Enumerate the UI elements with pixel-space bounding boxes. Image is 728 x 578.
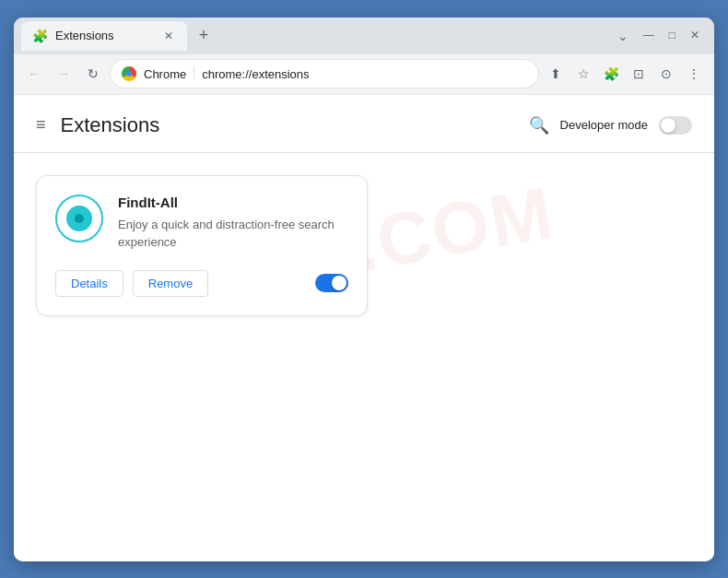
active-tab[interactable]: 🧩 Extensions ✕ [21,21,187,51]
extension-name: FindIt-All [118,195,348,210]
browser-window: 🧩 Extensions ✕ + ⌄ — □ ✕ ← → ↻ Chrome ch… [14,18,714,561]
toolbar: ← → ↻ Chrome chrome://extensions ⬆ ☆ 🧩 ⊡… [14,54,714,95]
tab-title: Extensions [55,29,154,42]
extension-icon [55,195,103,242]
address-bar[interactable]: Chrome chrome://extensions [110,59,539,88]
url-text: chrome://extensions [202,67,527,81]
forward-button[interactable]: → [51,61,76,87]
maximize-button[interactable]: □ [669,29,675,43]
chrome-logo-icon [122,66,136,81]
card-top: FindIt-All Enjoy a quick and distraction… [55,195,348,252]
back-button[interactable]: ← [21,61,47,87]
window-controls: ⌄ — □ ✕ [617,29,707,43]
tab-close-button[interactable]: ✕ [161,29,176,43]
new-tab-button[interactable]: + [191,23,217,49]
hamburger-menu-icon[interactable]: ≡ [36,115,46,135]
extension-icon-graphic [66,206,92,231]
close-button[interactable]: ✕ [690,29,699,43]
toggle-on-indicator [315,274,348,292]
tab-strip: 🧩 Extensions ✕ + [21,21,617,51]
details-button[interactable]: Details [55,270,123,297]
page-content: ≡ Extensions 🔍 Developer mode RISK.COM [14,95,714,561]
profile-icon[interactable]: ⊙ [653,61,679,87]
minimize-button[interactable]: — [643,29,654,43]
developer-mode-label: Developer mode [560,118,648,132]
reload-button[interactable]: ↻ [80,61,106,87]
tab-search-icon[interactable]: ⊡ [626,61,652,87]
extension-toggle[interactable] [315,274,348,292]
address-separator [194,66,194,81]
bookmark-icon[interactable]: ☆ [570,61,596,87]
extensions-header: ≡ Extensions 🔍 Developer mode [14,95,714,153]
site-name: Chrome [144,67,186,81]
developer-mode-toggle[interactable] [659,116,692,135]
search-icon[interactable]: 🔍 [529,115,549,136]
toolbar-actions: ⬆ ☆ 🧩 ⊡ ⊙ ⋮ [543,61,707,87]
page-title: Extensions [61,113,529,137]
extension-card: FindIt-All Enjoy a quick and distraction… [36,175,368,316]
share-icon[interactable]: ⬆ [543,61,569,87]
extension-description: Enjoy a quick and distraction-free searc… [118,216,348,252]
menu-icon[interactable]: ⋮ [681,61,707,87]
remove-button[interactable]: Remove [133,270,208,297]
header-actions: 🔍 Developer mode [529,115,692,136]
tab-icon: 🧩 [32,29,48,43]
extensions-toolbar-icon[interactable]: 🧩 [598,61,624,87]
extensions-grid: RISK.COM FindIt-All Enjoy a quick and di… [14,153,714,338]
title-bar: 🧩 Extensions ✕ + ⌄ — □ ✕ [14,18,714,54]
card-bottom: Details Remove [55,270,348,297]
extension-info: FindIt-All Enjoy a quick and distraction… [118,195,348,252]
chevron-down-icon[interactable]: ⌄ [617,29,628,43]
